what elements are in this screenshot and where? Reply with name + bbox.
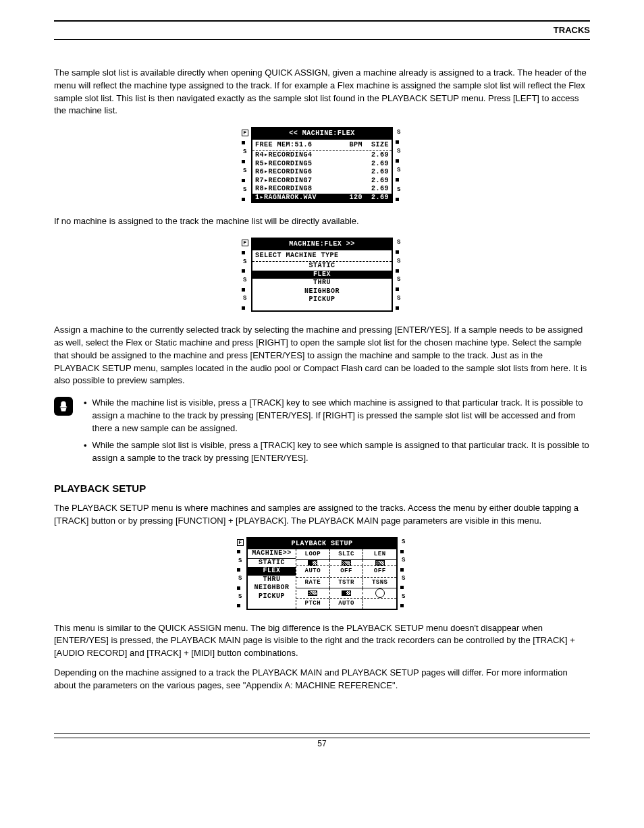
paragraph-playback-diff: This menu is similar to the QUICK ASSIGN… (54, 622, 590, 661)
lcd2-item[interactable]: NEIGHBOR (252, 287, 392, 296)
lcd1-title: << MACHINE:FLEX (252, 128, 392, 140)
val-off2: OFF (363, 566, 396, 576)
note-bullet-1: While the machine list is visible, press… (92, 397, 590, 435)
lcd-sample-slot: F S S S S S S S << MACHINE:FLEX FREE MEM… (242, 124, 402, 206)
param-rate: RATE (296, 578, 329, 588)
lcd1-row[interactable]: R7▸RECORDING7 2.69 (252, 177, 392, 186)
lcd2-subtitle: SELECT MACHINE TYPE (255, 251, 339, 261)
lcd-playback-setup: F S S S S S S S PLAYBACK SETUP MACHINE>>… (237, 534, 407, 613)
param-len: LEN (363, 549, 396, 559)
tsns-dial[interactable] (375, 588, 385, 598)
paragraph-playback-intro: The PLAYBACK SETUP menu is where machine… (54, 502, 590, 528)
lcd3-left-item[interactable]: STATIC (248, 559, 296, 568)
lcd3-left-item[interactable]: NEIGHBOR (248, 584, 296, 592)
lcd2-item[interactable]: PICKUP (252, 296, 392, 304)
lcd3-title: PLAYBACK SETUP (248, 539, 396, 550)
param-tstr: TSTR (329, 578, 363, 588)
note-bullet-2: While the sample slot list is visible, p… (92, 439, 590, 465)
val-off1: OFF (329, 566, 363, 576)
lcd3-left-item[interactable]: FLEX (248, 567, 296, 576)
param-ptch: PTCH (296, 599, 329, 609)
param-slic: SLIC (329, 549, 363, 559)
lcd1-row[interactable]: R8▸RECORDING8 2.69 (252, 185, 392, 194)
section-playback-setup: PLAYBACK SETUP (54, 481, 590, 496)
paragraph-assign-machine: Assign a machine to the currently select… (54, 324, 590, 387)
lcd2-item[interactable]: FLEX (252, 271, 392, 279)
lcd3-left-item[interactable]: PICKUP (248, 592, 296, 601)
paragraph-quick-assign-intro: The sample slot list is available direct… (54, 67, 590, 117)
page-header: TRACKS (54, 24, 590, 37)
val-auto: AUTO (296, 566, 329, 576)
lcd1-mem: FREE MEM:51.6 (255, 140, 313, 150)
note-icon (54, 397, 73, 416)
lcd2-title: MACHINE:FLEX >> (252, 239, 392, 250)
lcd-machine-list: F S S S S S S S MACHINE:FLEX >> SELECT M… (242, 235, 402, 314)
lcd3-machine-header: MACHINE>> (248, 549, 296, 559)
paragraph-playback-appendix: Depending on the machine assigned to a t… (54, 667, 590, 692)
param-loop: LOOP (296, 549, 329, 559)
lcd1-row[interactable]: R4▸RECORDING4 2.69 (252, 151, 392, 160)
lcd1-selected-row[interactable]: 1▸RAGNAROK.WAV 120 2.69 (252, 194, 392, 202)
lcd3-left-item[interactable]: THRU (248, 576, 296, 584)
lcd2-item[interactable]: THRU (252, 279, 392, 287)
val-auto2: AUTO (329, 599, 363, 609)
lcd1-row[interactable]: R5▸RECORDING5 2.69 (252, 160, 392, 169)
page-footer: 57 (54, 733, 590, 750)
lcd2-item[interactable]: STATIC (252, 262, 392, 271)
paragraph-machine-list-intro: If no machine is assigned to the track t… (54, 215, 590, 228)
page-number: 57 (317, 739, 326, 748)
param-tsns: TSNS (363, 578, 396, 588)
lcd1-row[interactable]: R6▸RECORDING6 2.69 (252, 168, 392, 177)
